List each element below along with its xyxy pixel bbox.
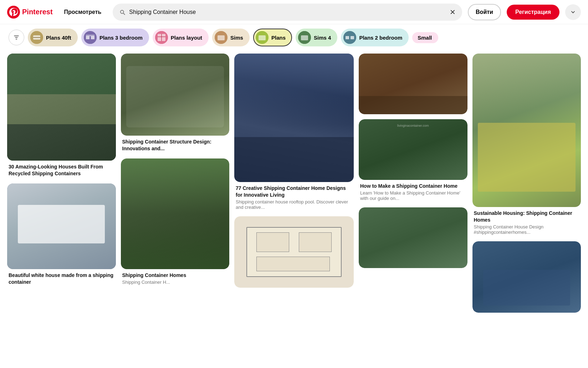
- pinterest-logo-icon: [7, 6, 20, 19]
- svg-rect-7: [84, 31, 97, 44]
- masonry-col-1: 30 Amazing-Looking Houses Built From Rec…: [7, 54, 116, 287]
- header: Pinterest Просмотреть ✕ Войти Регистраци…: [0, 0, 588, 24]
- pin-title: Shipping Container Structure Design: Inn…: [122, 138, 228, 152]
- pin-image-container: [121, 158, 230, 269]
- main-content: 30 Amazing-Looking Houses Built From Rec…: [0, 51, 588, 320]
- chip-plans-active[interactable]: Plans: [253, 29, 292, 46]
- pin-card[interactable]: [359, 54, 467, 114]
- pin-card[interactable]: Shipping Container Structure Design: Inn…: [121, 54, 230, 153]
- chip-planslayout-label: Plans layout: [171, 35, 202, 41]
- pin-title: Shipping Container Homes: [122, 272, 228, 279]
- browse-button[interactable]: Просмотреть: [58, 5, 107, 19]
- pin-image-container: [472, 241, 581, 313]
- pin-desc: Shipping Container House Design #shippin…: [474, 224, 580, 235]
- pin-card[interactable]: 77 Creative Shipping Container Home Desi…: [234, 54, 354, 211]
- chip-sims-label: Sims: [230, 35, 243, 41]
- pin-title: 77 Creative Shipping Container Home Desi…: [236, 185, 352, 198]
- masonry-col-4: livinginacontainer.com How to Make a Shi…: [359, 54, 467, 268]
- signin-button[interactable]: Войти: [468, 4, 501, 20]
- chip-plans3[interactable]: Plans 3 bedroom: [81, 29, 149, 46]
- svg-rect-22: [346, 36, 349, 39]
- pin-info: 30 Amazing-Looking Houses Built From Rec…: [7, 161, 116, 178]
- pin-image-container: [472, 54, 581, 207]
- pin-info: Beautiful white house made from a shippi…: [7, 269, 116, 287]
- pin-card[interactable]: [234, 216, 354, 288]
- chip-plans2-label: Plans 2 bedroom: [359, 35, 402, 41]
- filter-icon: [13, 34, 20, 41]
- chip-small-label: Small: [415, 35, 432, 41]
- chip-plans2[interactable]: Plans 2 bedroom: [341, 29, 409, 46]
- chip-plans-active-label: Plans: [271, 35, 286, 41]
- svg-point-0: [7, 6, 20, 19]
- pin-image-container: [234, 216, 354, 288]
- pin-title: Beautiful white house made from a shippi…: [9, 272, 114, 286]
- svg-rect-21: [343, 31, 356, 44]
- chip-thumb: [343, 31, 356, 44]
- pin-card[interactable]: Beautiful white house made from a shippi…: [7, 183, 116, 287]
- pin-desc: Learn 'How to Make a Shipping Container …: [360, 190, 466, 201]
- masonry-grid: 30 Amazing-Looking Houses Built From Rec…: [7, 54, 581, 313]
- chip-small[interactable]: Small: [412, 32, 438, 43]
- chip-planslayout[interactable]: Plans layout: [153, 29, 209, 46]
- chip-thumb: [298, 31, 311, 44]
- svg-rect-9: [91, 36, 94, 39]
- search-icon: [119, 9, 126, 15]
- chip-sims4[interactable]: Sims 4: [296, 29, 337, 46]
- pin-card[interactable]: livinginacontainer.com How to Make a Shi…: [359, 119, 467, 202]
- chip-plans40[interactable]: Plans 40ft: [28, 29, 78, 46]
- search-bar: ✕: [113, 4, 462, 21]
- pin-card[interactable]: Sustainable Housing: Shipping Container …: [472, 54, 581, 236]
- pin-image-container: [7, 183, 116, 269]
- pin-card[interactable]: [472, 241, 581, 313]
- pin-title: Sustainable Housing: Shipping Container …: [474, 210, 580, 223]
- logo[interactable]: Pinterest: [7, 6, 53, 19]
- chip-plans3-label: Plans 3 bedroom: [99, 35, 143, 41]
- pin-image-container: [7, 54, 116, 161]
- masonry-col-5: Sustainable Housing: Shipping Container …: [472, 54, 581, 313]
- chip-thumb: [215, 31, 227, 44]
- filter-icon-button[interactable]: [9, 30, 24, 45]
- pin-image-container: [121, 54, 230, 136]
- pin-image-container: [359, 207, 467, 268]
- chip-thumb: [256, 31, 269, 44]
- masonry-col-3: 77 Creative Shipping Container Home Desi…: [234, 54, 354, 288]
- pin-card[interactable]: [359, 207, 467, 268]
- pin-image-container: [234, 54, 354, 182]
- search-clear-icon[interactable]: ✕: [450, 9, 456, 16]
- pin-card[interactable]: 30 Amazing-Looking Houses Built From Rec…: [7, 54, 116, 178]
- pin-info: Sustainable Housing: Shipping Container …: [472, 207, 581, 236]
- chevron-down-icon: [570, 9, 576, 15]
- svg-rect-8: [86, 36, 90, 39]
- chip-thumb: [30, 31, 43, 44]
- pin-desc: Shipping container house rooftop pool. D…: [236, 199, 352, 210]
- pin-info: 77 Creative Shipping Container Home Desi…: [234, 182, 354, 211]
- chips-row: Plans 40ft Plans 3 bedroom Plans layout …: [0, 24, 588, 51]
- chip-sims4-label: Sims 4: [314, 35, 331, 41]
- chip-plans40-label: Plans 40ft: [46, 35, 71, 41]
- pin-desc: Shipping Container H...: [122, 279, 228, 285]
- pin-title: How to Make a Shipping Container Home: [360, 183, 466, 190]
- pin-title: 30 Amazing-Looking Houses Built From Rec…: [9, 163, 114, 177]
- masonry-col-2: Shipping Container Structure Design: Inn…: [121, 54, 230, 286]
- pin-info: Shipping Container Homes Shipping Contai…: [121, 269, 230, 286]
- pin-info: How to Make a Shipping Container Home Le…: [359, 180, 467, 202]
- svg-rect-20: [301, 35, 308, 40]
- pin-card[interactable]: Shipping Container Homes Shipping Contai…: [121, 158, 230, 286]
- search-input[interactable]: [129, 9, 446, 15]
- signup-button[interactable]: Регистрация: [507, 5, 559, 20]
- chevron-down-button[interactable]: [565, 4, 581, 20]
- chip-thumb: [84, 31, 97, 44]
- pin-image-container: [359, 54, 467, 114]
- svg-rect-18: [259, 35, 266, 40]
- svg-rect-23: [351, 36, 354, 39]
- pin-image-container: livinginacontainer.com: [359, 119, 467, 180]
- pin-info: Shipping Container Structure Design: Inn…: [121, 136, 230, 153]
- logo-text: Pinterest: [22, 8, 53, 16]
- chip-thumb: [155, 31, 168, 44]
- chip-sims[interactable]: Sims: [212, 29, 250, 46]
- svg-rect-16: [218, 35, 225, 40]
- svg-rect-10: [86, 35, 94, 36]
